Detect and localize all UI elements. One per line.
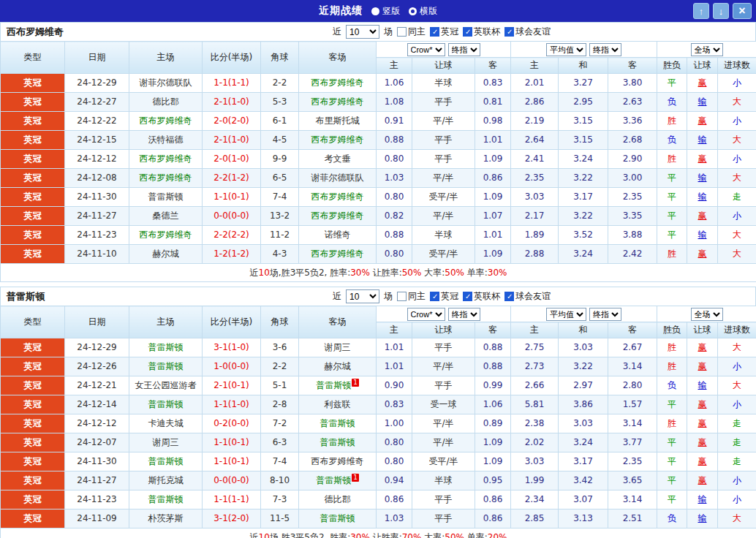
checkbox-checked-icon[interactable] <box>430 27 439 37</box>
filter-checkbox-2[interactable]: 英联杯 <box>463 290 500 303</box>
score-cell: 2-0(2-0) <box>203 112 261 131</box>
team-name-link[interactable]: 普雷斯顿 <box>148 456 184 466</box>
filter-checkbox-2[interactable]: 英联杯 <box>463 26 500 38</box>
handicap-result-cell: 输 <box>687 509 718 528</box>
team-name-link[interactable]: 沃特福德 <box>148 134 184 145</box>
handicap-result-cell: 输 <box>687 188 718 207</box>
goals-result-cell: 走 <box>718 452 756 471</box>
checkbox-checked-icon[interactable] <box>463 292 472 301</box>
scope-select[interactable]: 全场 <box>691 308 723 321</box>
goals-result-cell: 小 <box>718 471 756 490</box>
filter-checkbox-3[interactable]: 球会友谊 <box>504 26 551 38</box>
checkbox-checked-icon[interactable] <box>463 27 472 37</box>
team-name-link[interactable]: 利兹联 <box>325 399 351 409</box>
team-name-link[interactable]: 普雷斯顿 <box>148 494 184 504</box>
team-name-link[interactable]: 西布罗姆维奇 <box>140 115 192 126</box>
goals-result-cell: 大 <box>718 169 756 188</box>
team-name-link[interactable]: 西布罗姆维奇 <box>311 192 364 202</box>
filter-checkbox-0[interactable]: 同主 <box>397 26 426 38</box>
filter-checkbox-1[interactable]: 英冠 <box>430 26 458 38</box>
team-name-link[interactable]: 诺维奇 <box>325 230 351 240</box>
score-cell: 1-1(1-1) <box>203 490 261 509</box>
scope-select[interactable]: 全场 <box>691 43 723 56</box>
team-name-link[interactable]: 普雷斯顿 <box>320 513 355 523</box>
team-name-link[interactable]: 西布罗姆维奇 <box>140 230 192 240</box>
league-cell: 英冠 <box>1 357 65 376</box>
team-name-link[interactable]: 西布罗姆维奇 <box>311 96 364 107</box>
team-name-link[interactable]: 布里斯托城 <box>316 115 360 126</box>
bookmaker-select[interactable]: Crow* <box>407 43 445 56</box>
team-name-link[interactable]: 普雷斯顿 <box>148 399 184 409</box>
team-name-link[interactable]: 西布罗姆维奇 <box>311 456 364 466</box>
score-cell: 0-0(0-0) <box>203 471 261 490</box>
team-name-link[interactable]: 谢菲尔德联队 <box>311 173 364 183</box>
scroll-up-button[interactable]: ↑ <box>693 3 709 19</box>
match-row: 英冠24-12-07谢周三1-1(0-1)6-3普雷斯顿0.80平/半1.092… <box>1 433 756 452</box>
bookmaker-select[interactable]: Crow* <box>407 308 445 321</box>
team-name-link[interactable]: 西布罗姆维奇 <box>140 173 192 183</box>
handicap-away-odds-cell: 0.98 <box>475 112 511 131</box>
team-name-link[interactable]: 谢周三 <box>325 342 351 352</box>
filter-checkbox-1[interactable]: 英冠 <box>430 290 458 303</box>
avg-draw-odds-cell: 3.17 <box>559 188 608 207</box>
team-name-link[interactable]: 德比郡 <box>153 96 179 107</box>
handicap-stage-select[interactable]: 终指 <box>448 43 480 56</box>
team-name-link[interactable]: 德比郡 <box>325 494 351 504</box>
team-name-link[interactable]: 谢菲尔德联队 <box>140 77 192 88</box>
layout-radio-horizontal[interactable]: 横版 <box>409 5 437 18</box>
team-name-link[interactable]: 卡迪夫城 <box>148 418 184 428</box>
home-team-cell: 桑德兰 <box>129 207 203 226</box>
team-name-link[interactable]: 谢周三 <box>153 437 179 447</box>
match-count-select[interactable]: 10 <box>346 289 379 303</box>
filter-checkbox-0[interactable]: 同主 <box>397 290 426 303</box>
team-name-link[interactable]: 普雷斯顿 <box>320 437 355 447</box>
outcome-result-cell: 平 <box>657 226 687 245</box>
team-name-link[interactable]: 西布罗姆维奇 <box>311 134 364 145</box>
checkbox-checked-icon[interactable] <box>504 27 514 37</box>
team-name-link[interactable]: 朴茨茅斯 <box>148 513 184 523</box>
team-name-link[interactable]: 斯托克城 <box>148 475 184 485</box>
scroll-down-button[interactable]: ↓ <box>713 3 729 19</box>
checkbox-unchecked-icon[interactable] <box>397 27 407 37</box>
filter-checkbox-3[interactable]: 球会友谊 <box>504 290 551 303</box>
team-name-link[interactable]: 普雷斯顿 <box>148 342 184 352</box>
team-name-link[interactable]: 赫尔城 <box>325 361 351 371</box>
match-count-select[interactable]: 10 <box>346 25 379 39</box>
team-name-link[interactable]: 桑德兰 <box>153 211 179 221</box>
handicap-stage-select[interactable]: 终指 <box>448 308 480 321</box>
europe-stage-select[interactable]: 终指 <box>589 308 621 321</box>
team-name-link[interactable]: 赫尔城 <box>153 249 179 259</box>
layout-radio-vertical[interactable]: 竖版 <box>371 5 400 18</box>
filter-recent-label: 近 <box>333 26 341 38</box>
team-name-link[interactable]: 西布罗姆维奇 <box>140 154 192 164</box>
avg-home-odds-cell: 2.19 <box>511 112 559 131</box>
column-header: 角球 <box>261 42 299 74</box>
away-team-cell: 普雷斯顿 <box>299 414 377 433</box>
checkbox-checked-icon[interactable] <box>504 292 514 301</box>
team-name-link[interactable]: 普雷斯顿 <box>316 380 351 390</box>
home-team-cell: 普雷斯顿 <box>129 490 203 509</box>
team-name-link[interactable]: 考文垂 <box>325 154 351 164</box>
close-button[interactable]: × <box>733 3 752 19</box>
average-select[interactable]: 平均值 <box>546 308 586 321</box>
handicap-result-cell: 输 <box>687 131 718 150</box>
average-select[interactable]: 平均值 <box>546 43 586 56</box>
team-name-link[interactable]: 西布罗姆维奇 <box>311 249 364 259</box>
team-name-link[interactable]: 西布罗姆维奇 <box>311 211 364 221</box>
avg-draw-odds-cell: 3.52 <box>559 226 608 245</box>
checkbox-checked-icon[interactable] <box>430 292 439 301</box>
corner-cell: 8-10 <box>261 471 299 490</box>
team-name-link[interactable]: 普雷斯顿 <box>148 192 184 202</box>
team-name-link[interactable]: 女王公园巡游者 <box>135 380 197 390</box>
europe-stage-select[interactable]: 终指 <box>589 43 621 56</box>
avg-draw-odds-cell: 3.24 <box>559 150 608 169</box>
date-cell: 24-12-15 <box>65 131 129 150</box>
team-name-link[interactable]: 西布罗姆维奇 <box>311 77 364 88</box>
team-name-link[interactable]: 普雷斯顿 <box>316 475 351 485</box>
checkbox-unchecked-icon[interactable] <box>397 292 407 301</box>
team-name-link[interactable]: 普雷斯顿 <box>148 361 184 371</box>
team-name-link[interactable]: 普雷斯顿 <box>320 418 355 428</box>
page-title: 近期战绩 <box>319 4 363 18</box>
date-cell: 24-12-29 <box>65 74 129 93</box>
corner-cell: 4-3 <box>261 245 299 264</box>
